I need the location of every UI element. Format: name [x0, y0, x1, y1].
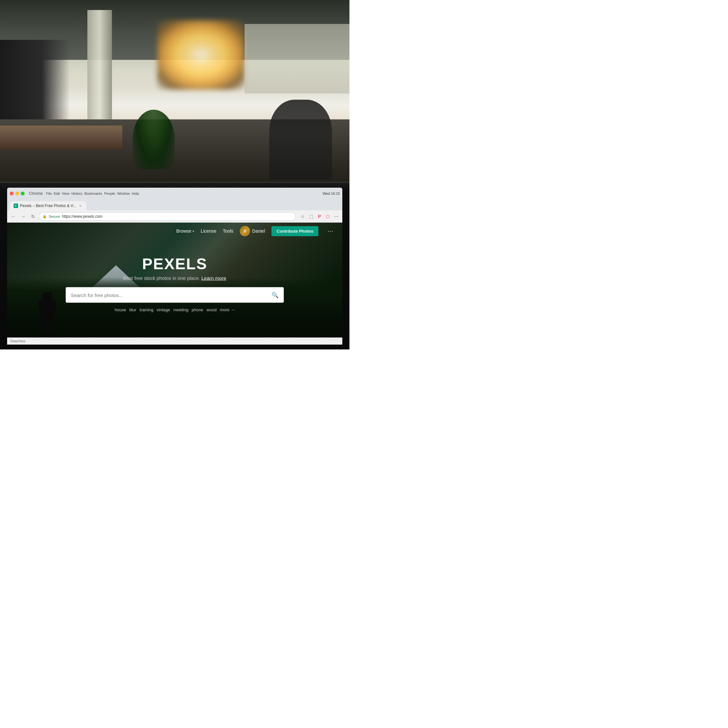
close-dot[interactable] [10, 191, 14, 196]
right-windows [245, 24, 349, 93]
browse-nav-item[interactable]: Browse ▾ [176, 228, 194, 234]
bookmarks-menu[interactable]: Bookmarks [84, 191, 102, 196]
browse-chevron-icon: ▾ [193, 229, 194, 233]
tagline-text: Best free stock photos in one place. [123, 275, 200, 281]
pexels-content: Browse ▾ License Tools D Daniel Contribu… [7, 223, 343, 344]
search-suggestions: house blur training vintage meeting phon… [66, 307, 284, 312]
suggestion-meeting[interactable]: meeting [173, 307, 188, 312]
tab-close-button[interactable]: × [78, 203, 83, 208]
contribute-photos-button[interactable]: Contribute Photos [271, 226, 318, 236]
user-nav-item[interactable]: D Daniel [240, 226, 265, 236]
suggestion-house[interactable]: house [115, 307, 126, 312]
pexels-hero-content: PEXELS Best free stock photos in one pla… [66, 255, 284, 312]
forward-button[interactable]: → [20, 213, 27, 220]
active-tab[interactable]: P Pexels – Best Free Photos & V... × [10, 201, 87, 210]
address-bar[interactable]: 🔒 Secure https://www.pexels.com [39, 212, 296, 221]
user-name-label: Daniel [252, 228, 265, 234]
pocket-icon[interactable]: ⬡ [324, 213, 331, 220]
suggestion-vintage[interactable]: vintage [157, 307, 170, 312]
secure-lock-icon: 🔒 [42, 214, 47, 219]
fullscreen-dot[interactable] [21, 191, 24, 196]
suggestion-blur[interactable]: blur [129, 307, 136, 312]
plant [133, 110, 175, 170]
chrome-app-name: Chrome [29, 191, 43, 196]
window-light [157, 20, 245, 90]
minimize-dot[interactable] [15, 191, 19, 196]
browser-window: Chrome File Edit View History Bookmarks … [7, 188, 343, 344]
file-menu[interactable]: File [46, 191, 52, 196]
chrome-titlebar: Chrome File Edit View History Bookmarks … [7, 188, 343, 199]
refresh-button[interactable]: ↻ [29, 213, 37, 220]
pexels-search-input[interactable] [71, 292, 269, 298]
window-controls [10, 191, 24, 196]
suggestion-wood[interactable]: wood [206, 307, 216, 312]
browse-label: Browse [176, 228, 191, 234]
suggestion-phone[interactable]: phone [191, 307, 203, 312]
pinterest-icon[interactable]: P [316, 213, 323, 220]
tab-label: Pexels – Best Free Photos & V... [20, 203, 76, 208]
monitor-container: Chrome File Edit View History Bookmarks … [0, 182, 349, 349]
pexels-logo: PEXELS [66, 255, 284, 273]
bookmark-icon[interactable]: ☆ [299, 213, 306, 220]
tools-nav-item[interactable]: Tools [223, 228, 234, 234]
pexels-navbar: Browse ▾ License Tools D Daniel Contribu… [7, 223, 343, 239]
view-menu[interactable]: View [62, 191, 70, 196]
pexels-tagline: Best free stock photos in one place. Lea… [66, 275, 284, 281]
search-submit-icon[interactable]: 🔍 [271, 292, 278, 299]
edit-menu[interactable]: Edit [54, 191, 60, 196]
system-time: Wed 16:15 [323, 191, 340, 196]
user-avatar: D [240, 226, 250, 236]
url-text: https://www.pexels.com [62, 214, 102, 219]
secure-text: Secure [49, 214, 60, 219]
toolbar-icons: ☆ ⬚ P ⬡ ⋯ [299, 213, 340, 220]
tab-favicon: P [14, 203, 18, 208]
pexels-nav-items: Browse ▾ License Tools D Daniel Contribu… [176, 226, 336, 236]
chair [269, 99, 332, 179]
status-text: Searches [10, 339, 25, 343]
more-suggestions-link[interactable]: more → [220, 307, 235, 312]
office-scene [0, 0, 349, 199]
more-options-button[interactable]: ⋯ [325, 226, 336, 236]
desk [0, 125, 122, 150]
suggestion-training[interactable]: training [139, 307, 153, 312]
extensions-icon[interactable]: ⬚ [307, 213, 315, 220]
window-menu[interactable]: Window [117, 191, 130, 196]
license-nav-item[interactable]: License [200, 228, 216, 234]
status-bar: Searches [7, 338, 343, 344]
address-bar-row: ← → ↻ 🔒 Secure https://www.pexels.com ☆ … [7, 210, 343, 223]
more-extensions-icon[interactable]: ⋯ [333, 213, 340, 220]
learn-more-link[interactable]: Learn more [202, 275, 226, 281]
help-menu[interactable]: Help [132, 191, 139, 196]
pillar [87, 10, 112, 129]
people-menu[interactable]: People [104, 191, 115, 196]
back-button[interactable]: ← [10, 213, 17, 220]
pexels-search-bar[interactable]: 🔍 [66, 287, 284, 303]
monitor-bezel: Chrome File Edit View History Bookmarks … [0, 182, 349, 349]
tab-bar: P Pexels – Best Free Photos & V... × [7, 199, 343, 210]
history-menu[interactable]: History [72, 191, 83, 196]
